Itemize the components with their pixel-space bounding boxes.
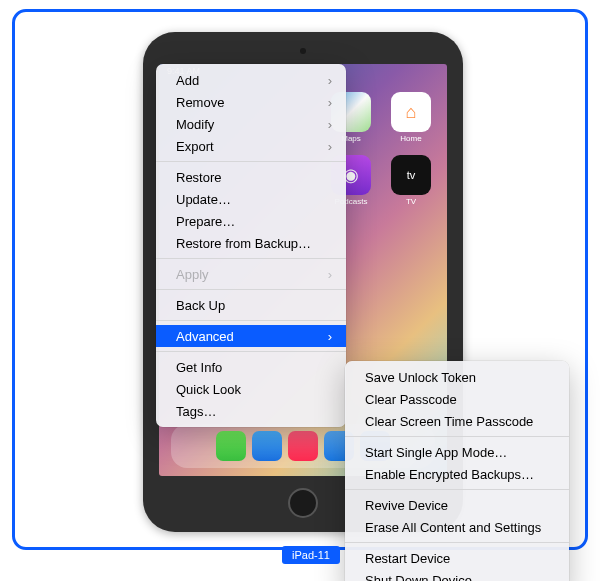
menu-label: Restore — [176, 170, 332, 185]
menu-restore-backup[interactable]: Restore from Backup… — [156, 232, 346, 254]
camera-dot — [300, 48, 306, 54]
chevron-right-icon: › — [322, 95, 332, 110]
menu-separator — [156, 161, 346, 162]
dock-safari-icon — [252, 431, 282, 461]
app-label: Home — [387, 134, 435, 143]
app-tv: tv TV — [387, 155, 435, 206]
menu-label: Prepare… — [176, 214, 332, 229]
menu-advanced[interactable]: Advanced› — [156, 325, 346, 347]
home-icon: ⌂ — [391, 92, 431, 132]
menu-add[interactable]: Add› — [156, 69, 346, 91]
menu-label: Back Up — [176, 298, 332, 313]
submenu-restart-device[interactable]: Restart Device — [345, 547, 569, 569]
menu-label: Restart Device — [365, 551, 555, 566]
menu-export[interactable]: Export› — [156, 135, 346, 157]
submenu-erase-all[interactable]: Erase All Content and Settings — [345, 516, 569, 538]
dock-messages-icon — [216, 431, 246, 461]
submenu-clear-screen-time[interactable]: Clear Screen Time Passcode — [345, 410, 569, 432]
context-menu: Add› Remove› Modify› Export› Restore Upd… — [156, 64, 346, 427]
submenu-revive-device[interactable]: Revive Device — [345, 494, 569, 516]
app-label: TV — [387, 197, 435, 206]
menu-label: Quick Look — [176, 382, 332, 397]
menu-separator — [156, 258, 346, 259]
menu-label: Revive Device — [365, 498, 555, 513]
submenu-shut-down-device[interactable]: Shut Down Device — [345, 569, 569, 581]
menu-label: Remove — [176, 95, 322, 110]
selection-frame: 9:41 AM Maps ⌂ Home ◉ Podcasts tv TV — [12, 9, 588, 550]
chevron-right-icon: › — [322, 329, 332, 344]
submenu-encrypted-backups[interactable]: Enable Encrypted Backups… — [345, 463, 569, 485]
submenu-single-app-mode[interactable]: Start Single App Mode… — [345, 441, 569, 463]
caption-badge: iPad-11 — [282, 546, 340, 564]
menu-label: Export — [176, 139, 322, 154]
menu-prepare[interactable]: Prepare… — [156, 210, 346, 232]
tv-icon: tv — [391, 155, 431, 195]
chevron-right-icon: › — [322, 73, 332, 88]
menu-label: Clear Screen Time Passcode — [365, 414, 555, 429]
menu-separator — [345, 489, 569, 490]
menu-separator — [156, 351, 346, 352]
menu-separator — [156, 289, 346, 290]
menu-get-info[interactable]: Get Info — [156, 356, 346, 378]
menu-label: Erase All Content and Settings — [365, 520, 555, 535]
menu-tags[interactable]: Tags… — [156, 400, 346, 422]
submenu-advanced: Save Unlock Token Clear Passcode Clear S… — [345, 361, 569, 581]
dock-music-icon — [288, 431, 318, 461]
menu-label: Tags… — [176, 404, 332, 419]
menu-label: Shut Down Device — [365, 573, 555, 582]
menu-label: Start Single App Mode… — [365, 445, 555, 460]
menu-update[interactable]: Update… — [156, 188, 346, 210]
menu-label: Get Info — [176, 360, 332, 375]
menu-modify[interactable]: Modify› — [156, 113, 346, 135]
app-home: ⌂ Home — [387, 92, 435, 143]
submenu-clear-passcode[interactable]: Clear Passcode — [345, 388, 569, 410]
menu-label: Clear Passcode — [365, 392, 555, 407]
menu-remove[interactable]: Remove› — [156, 91, 346, 113]
menu-separator — [345, 542, 569, 543]
menu-label: Modify — [176, 117, 322, 132]
menu-quick-look[interactable]: Quick Look — [156, 378, 346, 400]
menu-label: Enable Encrypted Backups… — [365, 467, 555, 482]
menu-restore[interactable]: Restore — [156, 166, 346, 188]
home-button — [288, 488, 318, 518]
menu-label: Add — [176, 73, 322, 88]
menu-label: Apply — [176, 267, 322, 282]
submenu-save-unlock-token[interactable]: Save Unlock Token — [345, 366, 569, 388]
caption-text: iPad-11 — [292, 549, 330, 561]
menu-backup[interactable]: Back Up — [156, 294, 346, 316]
menu-separator — [156, 320, 346, 321]
chevron-right-icon: › — [322, 139, 332, 154]
menu-label: Restore from Backup… — [176, 236, 332, 251]
chevron-right-icon: › — [322, 117, 332, 132]
menu-apply: Apply› — [156, 263, 346, 285]
menu-separator — [345, 436, 569, 437]
menu-label: Update… — [176, 192, 332, 207]
chevron-right-icon: › — [322, 267, 332, 282]
menu-label: Save Unlock Token — [365, 370, 555, 385]
menu-label: Advanced — [176, 329, 322, 344]
